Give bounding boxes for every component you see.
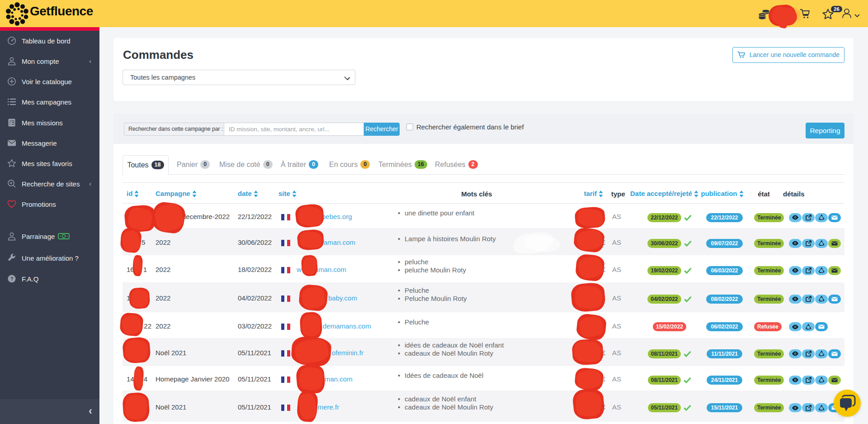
svg-text:?: ?	[10, 276, 14, 281]
